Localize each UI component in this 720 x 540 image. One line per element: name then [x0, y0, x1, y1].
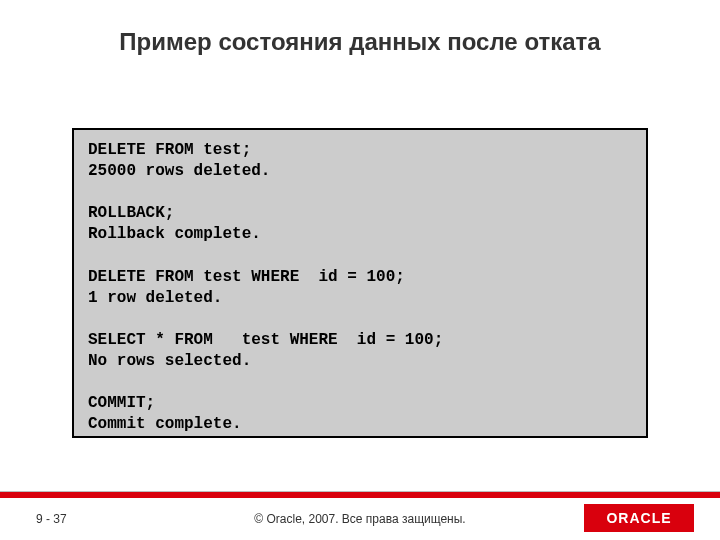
oracle-logo: ORACLE — [584, 504, 694, 532]
sql-code-block: DELETE FROM test; 25000 rows deleted. RO… — [72, 128, 648, 438]
oracle-logo-text: ORACLE — [606, 510, 671, 526]
slide: Пример состояния данных после отката DEL… — [0, 0, 720, 540]
footer-divider — [0, 492, 720, 498]
slide-title: Пример состояния данных после отката — [0, 28, 720, 56]
